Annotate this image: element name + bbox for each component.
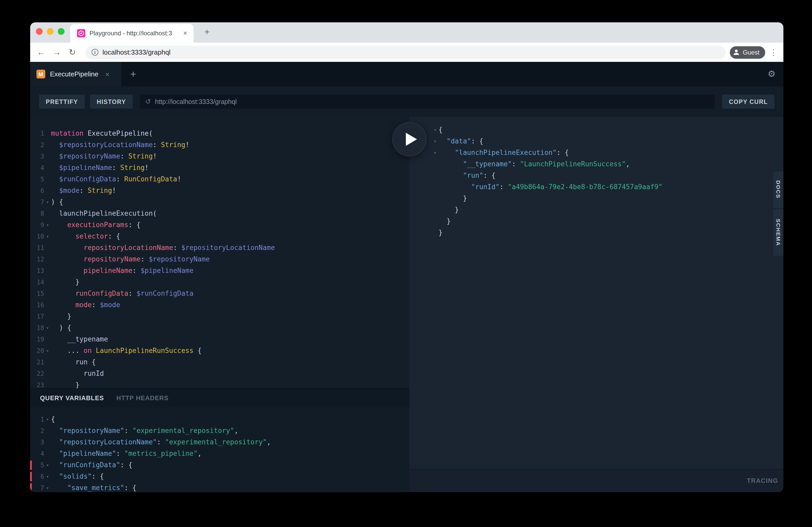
error-marker [30,483,32,492]
code-line[interactable]: 12 repositoryName: $repositoryName [30,254,409,265]
code-line[interactable]: 15 runConfigData: $runConfigData [30,288,409,299]
maximize-window-button[interactable] [57,28,64,34]
fold-icon[interactable]: ▾ [44,219,51,231]
history-button[interactable]: HISTORY [90,94,133,109]
code-line[interactable]: 6▾ "solids": { [30,471,409,482]
fold-spacer [44,208,51,219]
code-line[interactable]: 5▾ "runConfigData": { [30,460,409,471]
code-text: "runId": "a49b864a-79e2-4be8-b78c-687457… [438,181,783,193]
fold-icon[interactable]: ▾ [44,345,51,357]
code-line[interactable]: 23 } [30,379,409,388]
fold-spacer [44,368,51,379]
fold-icon[interactable]: ▾ [44,196,51,208]
code-line[interactable]: 13 pipelineName: $pipelineName [30,265,409,276]
line-number: 12 [30,254,44,265]
profile-button[interactable]: Guest [730,46,765,59]
endpoint-field[interactable]: ↺ http://localhost:3333/graphql [140,94,715,109]
fold-icon[interactable]: ▾ [44,322,51,334]
code-text: mutation ExecutePipeline( [51,128,409,139]
forward-button[interactable]: → [50,45,63,59]
fold-icon[interactable]: ▾ [44,482,51,492]
query-editor[interactable]: 1mutation ExecutePipeline(2 $repositoryL… [30,117,409,388]
line-number: 21 [30,357,44,368]
query-variables-tab[interactable]: QUERY VARIABLES [40,394,104,402]
code-line[interactable]: 22 runId [30,368,409,379]
desktop: Playground - http://localhost:3 × + ← → … [0,0,812,527]
address-bar[interactable]: i localhost:3333/graphql [85,45,726,59]
tracing-toggle[interactable]: TRACING [747,477,778,484]
fold-spacer [432,216,438,227]
code-line[interactable]: 21 run { [30,357,409,368]
schema-tab[interactable]: SCHEMA [773,209,783,256]
fold-icon[interactable]: ▾ [432,147,438,159]
code-line[interactable]: 4 $pipelineName: String! [30,162,409,174]
site-info-icon[interactable]: i [91,49,98,56]
code-line[interactable]: 1▾{ [30,414,409,425]
code-line: } [432,216,783,227]
add-session-button[interactable]: + [121,62,145,86]
code-line[interactable]: 6 $mode: String! [30,185,409,196]
error-marker [30,472,32,481]
variables-editor[interactable]: 1▾{2 "repositoryName": "experimental_rep… [30,407,409,492]
code-line[interactable]: 7▾) { [30,196,409,208]
code-text: $mode: String! [51,185,409,196]
code-line[interactable]: 9▾ executionParams: { [30,219,409,231]
back-button[interactable]: ← [34,45,48,59]
code-line[interactable]: 2 $repositoryLocationName: String! [30,139,409,151]
graphql-playground: M ExecutePipeline × + ⚙ PRETTIFY HISTORY… [30,62,783,492]
fold-spacer [44,276,51,288]
code-text: runConfigData: $runConfigData [51,288,409,299]
code-line[interactable]: 3 "repositoryLocationName": "experimenta… [30,437,409,448]
code-line[interactable]: 14 } [30,276,409,288]
execute-button[interactable] [392,122,426,156]
code-line[interactable]: 11 repositoryLocationName: $repositoryLo… [30,242,409,254]
tab-close-icon[interactable]: × [181,29,189,37]
fold-spacer [44,162,51,174]
code-line[interactable]: 19 __typename [30,334,409,345]
code-line[interactable]: 10▾ selector: { [30,231,409,242]
url-text: localhost:3333/graphql [102,48,171,56]
fold-icon[interactable]: ▾ [44,471,51,482]
code-line[interactable]: 4 "pipelineName": "metrics_pipeline", [30,448,409,460]
fold-icon[interactable]: ▾ [432,124,438,136]
code-text: "runConfigData": { [51,460,409,471]
code-text: executionParams: { [51,219,409,231]
http-headers-tab[interactable]: HTTP HEADERS [117,394,169,402]
session-tab[interactable]: M ExecutePipeline × [30,62,121,86]
code-line[interactable]: 2 "repositoryName": "experimental_reposi… [30,425,409,437]
code-line[interactable]: 8 launchPipelineExecution( [30,208,409,219]
code-line[interactable]: 16 mode: $mode [30,299,409,311]
history-undo-icon[interactable]: ↺ [145,98,151,106]
code-line[interactable]: 18▾ ) { [30,322,409,334]
query-pane: 1mutation ExecutePipeline(2 $repositoryL… [30,117,409,492]
code-line[interactable]: 20▾ ... on LaunchPipelineRunSuccess { [30,345,409,357]
copy-curl-button[interactable]: COPY CURL [722,94,774,109]
code-text: "launchPipelineExecution": { [438,147,783,159]
code-text: ) { [51,322,409,334]
close-window-button[interactable] [35,28,42,34]
fold-icon[interactable]: ▾ [44,231,51,242]
session-tab-close-icon[interactable]: × [105,70,109,78]
code-line[interactable]: 5 $runConfigData: RunConfigData! [30,174,409,185]
code-line[interactable]: 7▾ "save_metrics": { [30,482,409,492]
browser-menu-button[interactable]: ⋮ [768,48,779,57]
prettify-button[interactable]: PRETTIFY [39,94,85,109]
browser-tab[interactable]: Playground - http://localhost:3 × [70,24,193,43]
code-text: run { [51,357,409,368]
code-line[interactable]: 17 } [30,311,409,322]
code-line[interactable]: 3 $repositoryName: String! [30,151,409,162]
code-text: } [438,193,783,204]
tab-title: Playground - http://localhost:3 [89,30,181,37]
reload-button[interactable]: ↻ [66,45,79,59]
fold-icon[interactable]: ▾ [432,136,438,147]
fold-spacer [44,425,51,437]
new-tab-button[interactable]: + [202,27,212,37]
line-number: 2 [30,425,44,437]
code-line[interactable]: 1mutation ExecutePipeline( [30,128,409,139]
line-number: 18 [30,322,44,334]
fold-icon[interactable]: ▾ [44,414,51,425]
docs-tab[interactable]: DOCS [773,171,783,208]
minimize-window-button[interactable] [46,28,53,34]
fold-icon[interactable]: ▾ [44,460,51,471]
settings-gear-icon[interactable]: ⚙ [768,69,784,79]
